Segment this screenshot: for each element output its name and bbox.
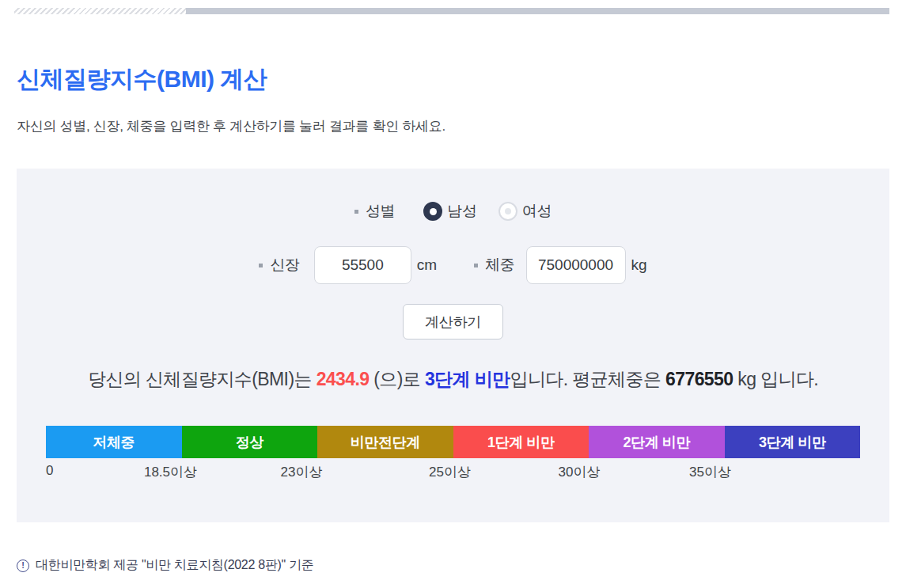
bar-segment-obese-3: 3단계 비만 xyxy=(725,426,861,458)
gender-label-text: 성별 xyxy=(366,201,395,222)
gender-radio-male-label[interactable]: 남성 xyxy=(447,201,476,222)
gender-label: 성별 xyxy=(354,201,395,222)
scale-tick: 18.5이상 xyxy=(144,463,197,481)
scale-tick: 23이상 xyxy=(281,463,323,481)
gender-radio-male[interactable] xyxy=(423,202,442,221)
square-bullet-icon xyxy=(259,264,263,267)
height-unit: cm xyxy=(417,256,437,274)
top-bar-solid-section xyxy=(186,8,889,14)
height-input[interactable] xyxy=(314,246,411,284)
bmi-result-text: 당신의 신체질량지수(BMI)는 2434.9 (으)로 3단계 비만입니다. … xyxy=(88,367,818,392)
scale-tick: 30이상 xyxy=(559,463,601,481)
result-after-category: 입니다. 평균체중은 xyxy=(510,369,666,389)
result-suffix: kg 입니다. xyxy=(733,369,818,389)
weight-label-text: 체중 xyxy=(485,255,514,275)
bmi-scale-ticks: 0 18.5이상 23이상 25이상 30이상 35이상 xyxy=(46,461,860,480)
bar-segment-pre-obese: 비만전단계 xyxy=(317,426,453,458)
scale-tick: 35이상 xyxy=(689,463,731,481)
bmi-category-bar: 저체중 정상 비만전단계 1단계 비만 2단계 비만 3단계 비만 xyxy=(46,426,860,458)
result-category: 3단계 비만 xyxy=(425,369,510,389)
bar-segment-underweight: 저체중 xyxy=(46,426,182,458)
weight-unit: kg xyxy=(631,256,647,274)
exclamation-circle-icon: ! xyxy=(17,560,29,572)
result-connector: (으)로 xyxy=(369,369,425,389)
page: 신체질량지수(BMI) 계산 자신의 성별, 신장, 체중을 입력한 후 계산하… xyxy=(0,8,906,574)
result-average-weight: 6776550 xyxy=(665,369,733,389)
measurements-row: 신장 cm 체중 kg xyxy=(259,246,646,284)
gender-row: 성별 남성 여성 xyxy=(354,201,552,222)
top-decorative-bar xyxy=(14,8,889,14)
square-bullet-icon xyxy=(474,264,478,267)
bmi-calculator-panel: 성별 남성 여성 신장 cm 체중 kg xyxy=(17,169,889,522)
weight-input[interactable] xyxy=(526,246,626,284)
gender-option-male[interactable]: 남성 xyxy=(423,201,476,222)
bar-segment-obese-2: 2단계 비만 xyxy=(589,426,725,458)
result-bmi-value: 2434.9 xyxy=(317,369,370,389)
weight-label: 체중 xyxy=(474,255,514,275)
scale-tick: 25이상 xyxy=(429,463,471,481)
gender-radio-female-label[interactable]: 여성 xyxy=(522,201,552,222)
square-bullet-icon xyxy=(354,210,358,214)
source-note: ! 대한비만학회 제공 "비만 치료지침(2022 8판)" 기준 xyxy=(17,557,889,574)
calculate-button[interactable]: 계산하기 xyxy=(403,304,503,340)
scale-tick: 0 xyxy=(46,463,53,479)
page-subtitle: 자신의 성별, 신장, 체중을 입력한 후 계산하기를 눌러 결과를 확인 하세… xyxy=(17,117,889,135)
gender-radio-female[interactable] xyxy=(498,202,517,221)
height-label-text: 신장 xyxy=(270,255,299,275)
bar-segment-obese-1: 1단계 비만 xyxy=(453,426,589,458)
bar-segment-normal: 정상 xyxy=(182,426,318,458)
top-bar-striped-section xyxy=(14,8,186,14)
result-prefix: 당신의 신체질량지수(BMI)는 xyxy=(88,369,317,389)
height-label: 신장 xyxy=(259,255,299,275)
gender-option-female[interactable]: 여성 xyxy=(498,201,552,222)
page-title: 신체질량지수(BMI) 계산 xyxy=(17,63,889,96)
source-note-text: 대한비만학회 제공 "비만 치료지침(2022 8판)" 기준 xyxy=(36,557,313,574)
